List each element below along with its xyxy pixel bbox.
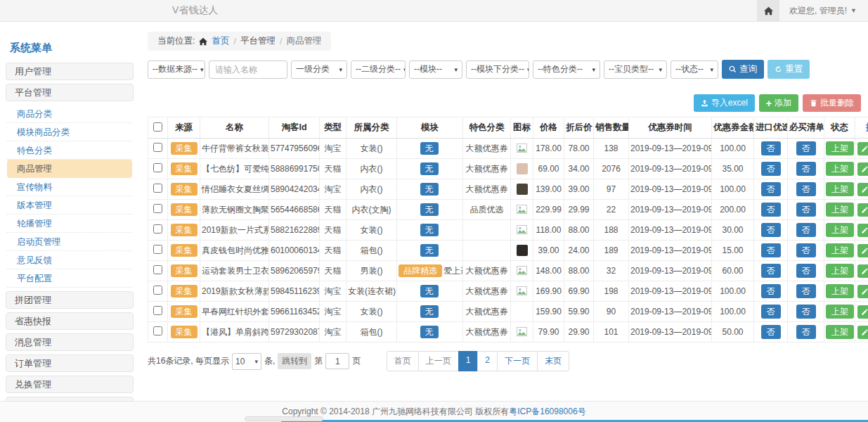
page-number-input[interactable] (325, 353, 349, 369)
page-button[interactable]: 首页 (387, 351, 419, 371)
must-buy-toggle[interactable]: 否 (796, 264, 816, 278)
icon-cell (511, 159, 533, 179)
status-button[interactable]: 上架 (826, 141, 854, 155)
must-buy-toggle[interactable]: 否 (796, 162, 816, 176)
status-button[interactable]: 上架 (826, 243, 854, 257)
product-type: 天猫 (320, 159, 346, 179)
import-select-toggle[interactable]: 否 (761, 182, 781, 196)
sidebar-item-active[interactable]: 商品管理 (7, 160, 132, 178)
sidebar-group-header[interactable]: 兑换管理 (6, 376, 134, 393)
edit-button[interactable] (857, 305, 868, 319)
must-buy-toggle[interactable]: 否 (796, 203, 816, 217)
edit-button[interactable] (857, 183, 868, 196)
icon-cell (511, 220, 533, 241)
must-buy-toggle[interactable]: 否 (796, 141, 816, 155)
must-buy-toggle[interactable]: 否 (796, 284, 816, 298)
status-button[interactable]: 上架 (826, 325, 854, 339)
feature-category-select[interactable]: --特色分类--▾ (533, 60, 600, 79)
jump-to-button[interactable]: 跳转到 (278, 353, 311, 369)
status-button[interactable]: 上架 (826, 264, 854, 278)
sidebar-group-header[interactable]: 消息管理 (6, 333, 134, 351)
horizontal-scrollbar-thumb[interactable] (245, 416, 323, 421)
breadcrumb-home-link[interactable]: 首页 (212, 35, 229, 47)
data-source-select[interactable]: --数据来源--▾ (148, 60, 205, 79)
per-page-select[interactable]: 10 ▾ (232, 353, 261, 370)
icp-link[interactable]: 粤ICP备16098006号 (509, 406, 585, 418)
sidebar-item[interactable]: 意见反馈 (7, 251, 132, 269)
batch-delete-button[interactable]: 批量删除 (803, 94, 861, 112)
product-type: 天猫 (320, 220, 346, 241)
edit-button[interactable] (857, 326, 868, 339)
row-checkbox[interactable] (153, 306, 162, 315)
must-buy-toggle[interactable]: 否 (796, 325, 816, 339)
reset-button[interactable]: 重置 (767, 60, 810, 79)
row-checkbox[interactable] (153, 286, 162, 295)
status-button[interactable]: 上架 (826, 223, 854, 237)
edit-button[interactable] (857, 264, 868, 278)
status-button[interactable]: 上架 (826, 284, 854, 298)
page-button[interactable]: 下一页 (497, 351, 538, 371)
sidebar-group-header[interactable]: 省惠快报 (6, 312, 134, 330)
sidebar-item[interactable]: 启动页管理 (7, 233, 132, 251)
edit-button[interactable] (857, 224, 868, 237)
page-button[interactable]: 2 (477, 351, 498, 371)
import-select-toggle[interactable]: 否 (761, 203, 781, 217)
sidebar-item[interactable]: 轮播管理 (7, 215, 132, 233)
page-button[interactable]: 末页 (537, 351, 569, 371)
row-checkbox[interactable] (153, 265, 162, 274)
level1-category-select[interactable]: 一级分类▾ (291, 60, 347, 79)
row-checkbox[interactable] (153, 184, 162, 193)
import-select-toggle[interactable]: 否 (761, 305, 781, 319)
row-checkbox[interactable] (153, 224, 162, 234)
status-button[interactable]: 上架 (826, 305, 854, 319)
edit-button[interactable] (857, 285, 868, 298)
edit-button[interactable] (857, 244, 868, 257)
status-button[interactable]: 上架 (826, 162, 854, 176)
page-button[interactable]: 上一页 (418, 351, 459, 371)
add-button[interactable]: + 添加 (759, 94, 798, 112)
edit-button[interactable] (857, 203, 868, 217)
import-select-toggle[interactable]: 否 (761, 162, 781, 176)
must-buy-toggle[interactable]: 否 (796, 305, 816, 319)
sidebar-item[interactable]: 商品分类 (7, 105, 132, 123)
module-sub-category-select[interactable]: --模块下分类--▾ (466, 60, 529, 79)
must-buy-toggle[interactable]: 否 (796, 243, 816, 257)
edit-button[interactable] (857, 142, 868, 155)
page-button-current[interactable]: 1 (458, 351, 479, 371)
sidebar-item[interactable]: 特色分类 (7, 141, 132, 160)
sidebar-group-header[interactable]: 拼团管理 (6, 291, 134, 309)
home-button[interactable] (757, 0, 779, 21)
sidebar-group-header[interactable]: 平台管理 (6, 84, 134, 101)
select-all-checkbox[interactable] (153, 122, 162, 132)
module-select[interactable]: --模块--▾ (409, 60, 462, 79)
import-select-toggle[interactable]: 否 (761, 325, 781, 339)
row-checkbox[interactable] (153, 143, 162, 152)
sidebar-item[interactable]: 模块商品分类 (7, 123, 132, 141)
import-select-toggle[interactable]: 否 (761, 243, 781, 257)
edit-button[interactable] (857, 162, 868, 176)
row-checkbox[interactable] (153, 245, 162, 254)
import-select-toggle[interactable]: 否 (761, 223, 781, 237)
row-checkbox[interactable] (153, 163, 162, 172)
must-buy-toggle[interactable]: 否 (796, 223, 816, 237)
search-button[interactable]: 查询 (722, 60, 764, 79)
item-type-select[interactable]: --宝贝类型--▾ (604, 60, 667, 79)
sidebar-group-header[interactable]: 订单管理 (6, 354, 134, 372)
sidebar-item[interactable]: 宣传物料 (7, 178, 132, 196)
user-menu[interactable]: 欢迎您, 管理员! ▼ (789, 5, 857, 17)
row-checkbox[interactable] (153, 204, 162, 213)
import-select-toggle[interactable]: 否 (761, 264, 781, 278)
status-button[interactable]: 上架 (826, 182, 854, 196)
sidebar-item[interactable]: 平台配置 (7, 269, 132, 288)
import-excel-button[interactable]: 导入excel (694, 94, 755, 112)
import-select-toggle[interactable]: 否 (761, 141, 781, 155)
sidebar-group-header[interactable]: 用户管理 (6, 63, 134, 80)
sidebar-item[interactable]: 版本管理 (7, 196, 132, 215)
status-select[interactable]: --状态--▾ (671, 60, 718, 79)
must-buy-toggle[interactable]: 否 (796, 182, 816, 196)
row-checkbox[interactable] (153, 326, 162, 335)
level2-category-select[interactable]: --二级分类--▾ (351, 60, 406, 79)
status-button[interactable]: 上架 (826, 203, 854, 217)
import-select-toggle[interactable]: 否 (761, 284, 781, 298)
name-search-input[interactable] (209, 60, 287, 79)
